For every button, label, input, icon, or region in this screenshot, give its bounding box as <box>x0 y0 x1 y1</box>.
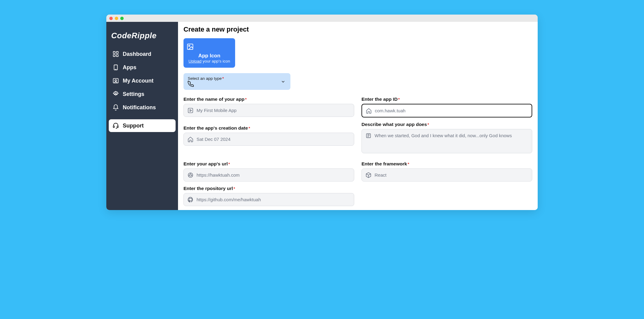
svg-rect-5 <box>113 79 118 83</box>
field-description: Describe what your app does* When we sta… <box>361 122 532 153</box>
sidebar-item-my-account[interactable]: My Account <box>109 74 176 87</box>
app-name-input[interactable]: My First Mobile App <box>183 104 354 117</box>
titlebar <box>106 15 538 22</box>
upload-title: App Icon <box>187 53 232 59</box>
main-content: Create a new project App Icon Upload you… <box>178 22 538 210</box>
field-label: Enter your app's url* <box>183 161 354 167</box>
phone-icon <box>188 81 286 87</box>
app-type-select[interactable]: Select an app type* <box>183 73 290 90</box>
field-repo-url: Enter the rpository url* https://github.… <box>183 186 354 206</box>
input-placeholder: https://hawktuah.com <box>197 172 240 178</box>
window-close-button[interactable] <box>109 17 113 20</box>
box-icon <box>365 172 372 178</box>
field-label: Enter the framework* <box>361 161 532 167</box>
sidebar-item-label: Dashboard <box>123 51 151 57</box>
sidebar-item-label: Support <box>123 123 144 129</box>
app-window: CodeRipple Dashboard Apps <box>106 15 538 210</box>
image-icon <box>187 43 232 50</box>
select-label: Select an app type* <box>188 76 286 81</box>
headset-icon <box>112 122 119 129</box>
svg-point-15 <box>190 174 192 176</box>
sidebar-item-label: Settings <box>123 91 144 97</box>
brand-logo: CodeRipple <box>109 29 176 42</box>
window-minimize-button[interactable] <box>115 17 118 20</box>
sidebar-item-support[interactable]: Support <box>109 119 176 132</box>
field-label: Enter the app's creation date* <box>183 125 354 131</box>
upload-subtitle: Upload your app's icon <box>187 59 232 63</box>
page-title: Create a new project <box>183 25 532 33</box>
field-label: Describe what your app does* <box>361 122 532 127</box>
description-input[interactable]: When we started, God and I knew what it … <box>361 129 532 153</box>
sidebar-item-label: Apps <box>123 64 136 71</box>
sidebar-item-label: My Account <box>123 78 153 84</box>
app-id-input[interactable]: com.hawk.tuah <box>361 104 532 117</box>
field-app-url: Enter your app's url* https://hawktuah.c… <box>183 161 354 182</box>
gear-icon <box>112 91 119 97</box>
created-date-input[interactable]: Sat Dec 07 2024 <box>183 133 354 146</box>
sidebar-item-settings[interactable]: Settings <box>109 88 176 100</box>
svg-rect-12 <box>188 108 193 113</box>
svg-point-6 <box>115 80 117 81</box>
svg-rect-0 <box>113 52 115 53</box>
sidebar-item-label: Notifications <box>123 104 156 111</box>
input-placeholder: My First Mobile App <box>197 108 237 113</box>
chrome-icon <box>187 172 194 178</box>
app-url-input[interactable]: https://hawktuah.com <box>183 168 354 182</box>
input-placeholder: When we started, God and I knew what it … <box>375 132 512 138</box>
field-label: Enter the name of your app* <box>183 97 354 102</box>
svg-rect-2 <box>113 55 115 56</box>
sidebar-item-dashboard[interactable]: Dashboard <box>109 48 176 60</box>
app-icon-upload-card[interactable]: App Icon Upload your app's icon <box>183 38 235 68</box>
home-icon <box>187 136 194 142</box>
input-placeholder: https://github.com/me/hawktuah <box>197 197 261 202</box>
sidebar-nav: Dashboard Apps My Account <box>109 48 176 132</box>
play-square-icon <box>187 107 194 114</box>
sidebar-item-apps[interactable]: Apps <box>109 61 176 74</box>
github-icon <box>187 197 194 203</box>
user-badge-icon <box>112 77 119 84</box>
repo-url-input[interactable]: https://github.com/me/hawktuah <box>183 193 354 206</box>
field-app-id: Enter the app ID* com.hawk.tuah <box>361 97 532 117</box>
svg-rect-1 <box>116 52 118 53</box>
grid-icon <box>112 51 119 57</box>
framework-input[interactable]: React <box>361 168 532 182</box>
input-placeholder: com.hawk.tuah <box>375 108 406 113</box>
field-created-date: Enter the app's creation date* Sat Dec 0… <box>183 125 354 153</box>
device-icon <box>112 64 119 71</box>
upload-link[interactable]: Upload <box>189 59 202 63</box>
form-grid: Enter the name of your app* My First Mob… <box>183 93 532 206</box>
field-label: Enter the app ID* <box>361 97 532 102</box>
window-maximize-button[interactable] <box>120 17 124 20</box>
sidebar: CodeRipple Dashboard Apps <box>106 22 178 210</box>
home-icon <box>366 108 372 114</box>
svg-point-7 <box>115 93 117 95</box>
chevron-down-icon <box>281 79 286 84</box>
bell-icon <box>112 104 119 111</box>
app-body: CodeRipple Dashboard Apps <box>106 22 538 210</box>
field-label: Enter the rpository url* <box>183 186 354 191</box>
newspaper-icon <box>365 133 372 139</box>
svg-rect-8 <box>113 126 115 128</box>
svg-rect-3 <box>116 55 118 56</box>
input-placeholder: Sat Dec 07 2024 <box>197 137 231 142</box>
svg-rect-9 <box>117 126 118 128</box>
svg-point-11 <box>189 45 190 46</box>
sidebar-item-notifications[interactable]: Notifications <box>109 101 176 114</box>
input-placeholder: React <box>375 172 386 178</box>
field-app-name: Enter the name of your app* My First Mob… <box>183 97 354 117</box>
svg-rect-10 <box>187 44 193 49</box>
field-framework: Enter the framework* React <box>361 161 532 182</box>
